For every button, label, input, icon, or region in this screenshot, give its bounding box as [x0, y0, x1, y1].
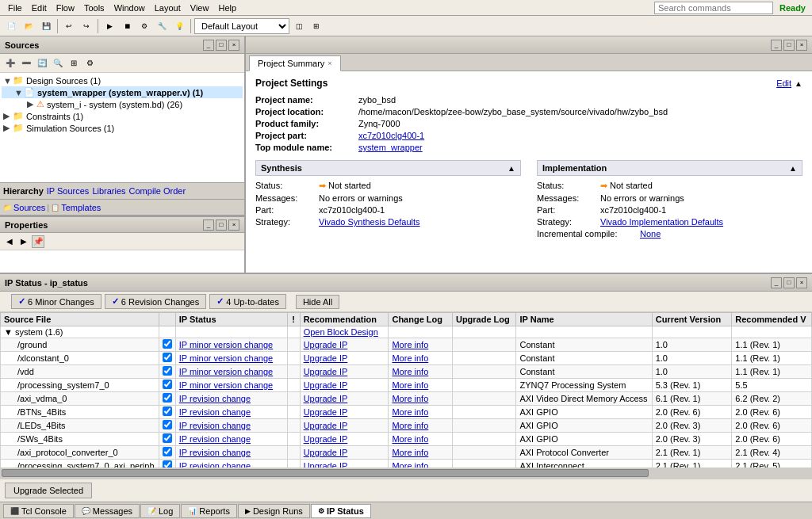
tree-item[interactable]: ▶ ⚠ system_i - system (system.bd) (26)	[2, 98, 243, 110]
rec-link[interactable]: Upgrade IP	[304, 461, 348, 467]
rec-link[interactable]: Upgrade IP	[304, 340, 348, 349]
checkbox-cell[interactable]	[159, 352, 175, 365]
tab-libraries[interactable]: Libraries	[92, 186, 125, 196]
tab-ip-sources[interactable]: IP Sources	[47, 186, 90, 196]
ip-status-link[interactable]: IP revision change	[179, 448, 251, 457]
ip-status-link[interactable]: IP minor version change	[179, 353, 273, 363]
hide-all-btn[interactable]: Hide All	[296, 295, 339, 309]
change-log-link[interactable]: More info	[392, 380, 428, 390]
row-checkbox[interactable]	[163, 353, 172, 362]
filter-minor-changes-btn[interactable]: ✓ 6 Minor Changes	[11, 294, 102, 309]
tab-design-runs[interactable]: ▶ Design Runs	[238, 504, 310, 518]
sources-minimize-btn[interactable]: _	[203, 40, 214, 51]
menu-window[interactable]: Window	[109, 2, 150, 14]
sources-refresh-btn[interactable]: 🔄	[35, 56, 49, 71]
change-log-link[interactable]: More info	[392, 434, 428, 444]
ip-status-link[interactable]: IP revision change	[179, 394, 251, 403]
change-log-link[interactable]: More info	[392, 448, 428, 457]
menu-view[interactable]: View	[186, 2, 214, 14]
sources-expand-btn[interactable]: ⊞	[67, 56, 81, 71]
rec-link[interactable]: Upgrade IP	[304, 448, 348, 457]
checkbox-cell[interactable]	[159, 433, 175, 446]
impl-incremental-value[interactable]: None	[640, 229, 661, 239]
props-back-btn[interactable]: ◀	[3, 235, 16, 248]
props-forward-btn[interactable]: ▶	[17, 235, 30, 248]
change-log-link[interactable]: More info	[392, 421, 428, 430]
impl-collapse-icon[interactable]: ▲	[789, 164, 797, 173]
checkbox-cell[interactable]	[159, 446, 175, 460]
ip-status-link[interactable]: IP revision change	[179, 421, 251, 430]
tree-item[interactable]: ▼ 📄 system_wrapper (system_wrapper.v) (1…	[2, 86, 243, 98]
checkbox-cell[interactable]	[159, 365, 175, 379]
change-log-link[interactable]: More info	[392, 394, 428, 403]
checkbox-cell[interactable]	[159, 419, 175, 433]
sources-filter-btn[interactable]: 🔍	[51, 56, 65, 71]
rec-link[interactable]: Upgrade IP	[304, 434, 348, 444]
toolbar-btn-open[interactable]: 📂	[21, 18, 36, 34]
rec-link[interactable]: Upgrade IP	[304, 380, 348, 390]
tab-log[interactable]: 📝 Log	[140, 504, 180, 518]
tab-hierarchy[interactable]: Hierarchy	[3, 186, 44, 196]
rec-link[interactable]: Upgrade IP	[304, 407, 348, 417]
menu-edit[interactable]: Edit	[27, 2, 52, 14]
summary-restore-btn[interactable]: □	[783, 40, 795, 51]
summary-minimize-btn[interactable]: _	[771, 40, 782, 51]
row-checkbox[interactable]	[163, 393, 172, 403]
upgrade-selected-btn[interactable]: Upgrade Selected	[5, 483, 92, 498]
toolbar-btn-undo[interactable]: ↩	[61, 18, 77, 34]
checkbox-cell[interactable]	[159, 326, 175, 338]
checkbox-cell[interactable]	[159, 392, 175, 406]
rec-link[interactable]: Open Block Design	[304, 327, 378, 337]
checkbox-cell[interactable]	[159, 379, 175, 392]
ip-close-btn[interactable]: ×	[796, 277, 807, 288]
row-checkbox[interactable]	[163, 447, 172, 456]
ip-status-link[interactable]: IP revision change	[179, 407, 251, 417]
menu-file[interactable]: File	[3, 2, 27, 14]
change-log-link[interactable]: More info	[392, 340, 428, 349]
sources-remove-btn[interactable]: ➖	[19, 56, 33, 71]
menu-layout[interactable]: Layout	[150, 2, 186, 14]
expand-icon[interactable]: ▶	[3, 111, 13, 121]
filter-revision-btn[interactable]: ✓ 6 Revision Changes	[105, 294, 206, 309]
props-close-btn[interactable]: ×	[228, 219, 239, 231]
impl-strategy-value[interactable]: Vivado Implementation Defaults	[600, 217, 723, 227]
rec-link[interactable]: Upgrade IP	[304, 353, 348, 363]
toolbar-btn-layout2[interactable]: ⊞	[308, 18, 324, 34]
ip-status-link[interactable]: IP revision change	[179, 434, 251, 444]
row-checkbox[interactable]	[163, 420, 172, 429]
checkbox-cell[interactable]	[159, 406, 175, 419]
tree-item[interactable]: ▶ 📁 Constraints (1)	[2, 110, 243, 122]
props-restore-btn[interactable]: □	[216, 219, 227, 231]
expand-icon[interactable]: ▶	[27, 99, 36, 109]
props-minimize-btn[interactable]: _	[203, 219, 214, 231]
tab-messages[interactable]: 💬 Messages	[75, 504, 140, 518]
synth-collapse-icon[interactable]: ▲	[508, 164, 515, 173]
ip-restore-btn[interactable]: □	[783, 277, 795, 288]
edit-link[interactable]: Edit	[776, 78, 791, 88]
toolbar-btn-layout1[interactable]: ◫	[291, 18, 307, 34]
checkbox-cell[interactable]	[159, 460, 175, 468]
summary-close-btn[interactable]: ×	[796, 40, 807, 51]
change-log-link[interactable]: More info	[392, 353, 428, 363]
collapse-icon[interactable]: ▲	[795, 79, 802, 88]
toolbar-btn-run[interactable]: ▶	[102, 18, 117, 34]
synth-strategy-value[interactable]: Vivado Synthesis Defaults	[319, 217, 420, 227]
toolbar-btn-impl[interactable]: 🔧	[154, 18, 170, 34]
row-checkbox[interactable]	[163, 433, 172, 443]
top-module-value[interactable]: system_wrapper	[358, 143, 423, 152]
ip-status-link[interactable]: IP minor version change	[179, 340, 273, 349]
toolbar-btn-new[interactable]: 📄	[3, 18, 19, 34]
row-checkbox[interactable]	[163, 406, 172, 416]
expand-icon[interactable]: ▼	[14, 88, 24, 97]
toolbar-btn-redo[interactable]: ↪	[79, 18, 94, 34]
ip-status-link[interactable]: IP minor version change	[179, 380, 273, 390]
filter-uptodate-btn[interactable]: ✓ 4 Up-to-dates	[209, 294, 286, 309]
tab-ip-status[interactable]: ⚙ IP Status	[311, 504, 371, 518]
change-log-link[interactable]: More info	[392, 407, 428, 417]
checkbox-cell[interactable]	[159, 338, 175, 352]
toolbar-btn-stop[interactable]: ⏹	[119, 18, 135, 34]
tab-project-summary[interactable]: Project Summary ×	[249, 55, 341, 71]
tab-compile-order[interactable]: Compile Order	[129, 186, 186, 196]
rec-link[interactable]: Upgrade IP	[304, 367, 348, 376]
summary-tab-close[interactable]: ×	[327, 59, 331, 67]
